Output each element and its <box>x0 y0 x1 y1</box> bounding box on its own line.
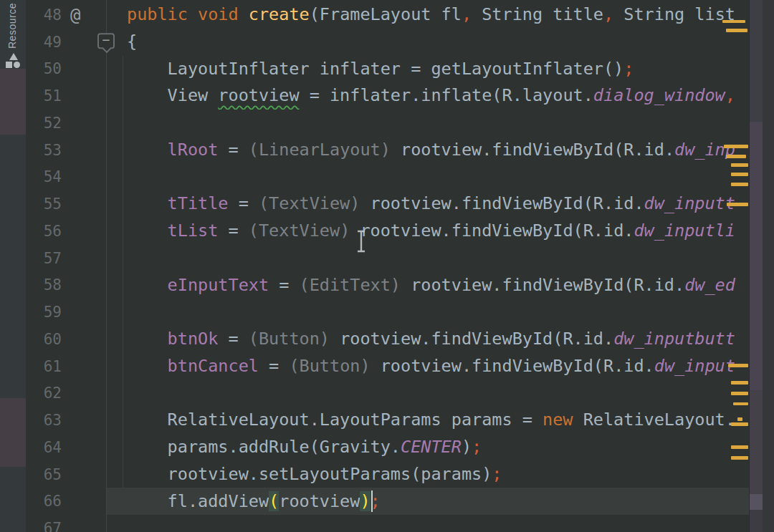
line-number[interactable]: 58 <box>26 276 62 294</box>
code-line[interactable]: 48@public void create(FrameLayout fl, St… <box>26 1 749 29</box>
code-line[interactable]: 53 lRoot = (LinearLayout) rootview.findV… <box>26 137 749 164</box>
code-text[interactable]: btnCancel = (Button) rootview.findViewBy… <box>106 353 749 380</box>
warning-stripe-mark[interactable] <box>724 145 748 148</box>
code-line[interactable]: 61 btnCancel = (Button) rootview.findVie… <box>26 353 749 380</box>
code-text[interactable]: tList = (TextView) rootview.findViewById… <box>106 218 749 245</box>
line-number[interactable]: 63 <box>26 412 62 429</box>
warning-stripe-mark[interactable] <box>731 422 748 426</box>
gutter-icon-zone[interactable] <box>62 461 106 488</box>
line-number[interactable]: 67 <box>26 520 62 532</box>
fold-collapse-icon[interactable]: − <box>97 33 115 49</box>
code-line[interactable]: 52 <box>26 110 749 137</box>
warning-stripe-mark[interactable] <box>737 417 742 421</box>
line-number[interactable]: 51 <box>26 87 62 105</box>
gutter-icon-zone[interactable] <box>62 110 106 137</box>
resource-manager-icon[interactable] <box>6 53 20 70</box>
line-number[interactable]: 55 <box>26 195 62 213</box>
code-text[interactable]: params.addRule(Gravity.CENTER); <box>106 434 749 461</box>
code-text[interactable]: rootview.setLayoutParams(params); <box>106 461 749 488</box>
scrollbar-track[interactable] <box>749 0 763 532</box>
code-line[interactable]: 60 btnOk = (Button) rootview.findViewByI… <box>26 326 749 353</box>
line-number[interactable]: 52 <box>26 115 62 132</box>
gutter-icon-zone[interactable] <box>62 326 106 353</box>
warning-stripe-mark[interactable] <box>726 155 746 158</box>
gutter-icon-zone[interactable] <box>62 434 106 461</box>
line-number[interactable]: 54 <box>26 168 62 185</box>
gutter-icon-zone[interactable] <box>62 272 106 299</box>
code-text[interactable]: btnOk = (Button) rootview.findViewById(R… <box>106 326 749 353</box>
line-number[interactable]: 49 <box>26 34 62 51</box>
gutter-icon-zone[interactable] <box>62 190 106 218</box>
gutter-icon-zone[interactable] <box>62 245 106 272</box>
code-text[interactable]: { <box>106 29 749 56</box>
code-text[interactable]: View rootview = inflater.inflate(R.layou… <box>106 82 749 110</box>
line-number[interactable]: 53 <box>26 142 62 159</box>
warning-stripe-mark[interactable] <box>731 445 748 449</box>
code-text[interactable]: tTitle = (TextView) rootview.findViewByI… <box>106 190 749 218</box>
gutter-icon-zone[interactable]: − <box>62 29 106 56</box>
code-token: RelativeLayout.LayoutParams params = <box>127 410 543 430</box>
warning-stripe-mark[interactable] <box>731 163 748 167</box>
line-number[interactable]: 48 <box>26 6 62 24</box>
code-text[interactable]: LayoutInflater inflater = getLayoutInfla… <box>106 56 749 83</box>
warning-stripe-mark[interactable] <box>733 402 748 405</box>
code-line[interactable]: 65 rootview.setLayoutParams(params); <box>26 461 749 488</box>
gutter-icon-zone[interactable] <box>62 380 106 407</box>
warning-stripe-mark[interactable] <box>731 381 748 385</box>
line-number[interactable]: 50 <box>26 60 62 77</box>
code-line[interactable]: 63 RelativeLayout.LayoutParams params = … <box>26 407 749 434</box>
code-line[interactable]: 55 tTitle = (TextView) rootview.findView… <box>26 190 749 218</box>
resource-manager-tab-label[interactable]: Resource Manager <box>6 0 18 49</box>
tool-window-stripe[interactable]: Resource Manager <box>0 0 26 532</box>
code-line[interactable]: 59 <box>26 299 749 326</box>
code-text[interactable]: public void create(FrameLayout fl, Strin… <box>106 1 749 29</box>
gutter-icon-zone[interactable] <box>62 515 106 532</box>
code-text[interactable]: fl.addView(rootview); <box>106 488 749 516</box>
line-number[interactable]: 57 <box>26 250 62 267</box>
code-line[interactable]: 64 params.addRule(Gravity.CENTER); <box>26 434 749 461</box>
line-number[interactable]: 62 <box>26 385 62 402</box>
gutter-icon-zone[interactable] <box>62 56 106 83</box>
gutter-icon-zone[interactable] <box>62 353 106 380</box>
code-line[interactable]: 54 <box>26 164 749 191</box>
line-number[interactable]: 65 <box>26 466 62 483</box>
scrollbar-thumb[interactable] <box>750 494 763 510</box>
gutter-icon-zone[interactable] <box>62 82 106 110</box>
code-line[interactable]: 57 <box>26 245 749 272</box>
gutter-icon-zone[interactable] <box>62 488 106 516</box>
warning-stripe-mark[interactable] <box>731 173 748 176</box>
code-text[interactable]: eInputText = (EditText) rootview.findVie… <box>106 272 749 299</box>
gutter-icon-zone[interactable] <box>62 407 106 434</box>
warning-stripe-mark[interactable] <box>727 203 748 206</box>
code-line[interactable]: 49−{ <box>26 29 749 56</box>
code-line[interactable]: 58 eInputText = (EditText) rootview.find… <box>26 272 749 299</box>
warning-stripe-mark[interactable] <box>722 20 745 23</box>
line-number[interactable]: 64 <box>26 439 62 456</box>
code-line[interactable]: 50 LayoutInflater inflater = getLayoutIn… <box>26 56 749 83</box>
line-number[interactable]: 56 <box>26 223 62 240</box>
line-number[interactable]: 66 <box>26 493 62 510</box>
gutter-icon-zone[interactable]: @ <box>62 1 106 29</box>
code-line[interactable]: 66 fl.addView(rootview); <box>26 488 749 516</box>
code-line[interactable]: 51 View rootview = inflater.inflate(R.la… <box>26 82 749 110</box>
warning-stripe-mark[interactable] <box>731 456 748 460</box>
gutter-icon-zone[interactable] <box>62 164 106 191</box>
warning-stripe-mark[interactable] <box>726 29 747 32</box>
gutter-icon-zone[interactable] <box>62 218 106 245</box>
line-number[interactable]: 61 <box>26 358 62 375</box>
code-token: (TextView) <box>249 221 350 241</box>
code-editor[interactable]: 48@public void create(FrameLayout fl, St… <box>26 1 749 532</box>
warning-stripe-mark[interactable] <box>731 183 748 186</box>
line-number[interactable]: 60 <box>26 331 62 348</box>
warning-stripe-mark[interactable] <box>728 364 748 367</box>
code-text[interactable]: lRoot = (LinearLayout) rootview.findView… <box>106 137 749 164</box>
code-text[interactable]: RelativeLayout.LayoutParams params = new… <box>106 407 749 434</box>
gutter-icon-zone[interactable] <box>62 299 106 326</box>
line-number[interactable]: 59 <box>26 304 62 321</box>
code-line[interactable]: 62 <box>26 380 749 407</box>
code-line[interactable]: 56 tList = (TextView) rootview.findViewB… <box>26 218 749 245</box>
code-line[interactable]: 67 <box>26 515 749 532</box>
warning-stripe-mark[interactable] <box>731 392 748 395</box>
gutter-icon-zone[interactable] <box>62 137 106 164</box>
annotation-gutter-icon[interactable]: @ <box>70 5 80 25</box>
